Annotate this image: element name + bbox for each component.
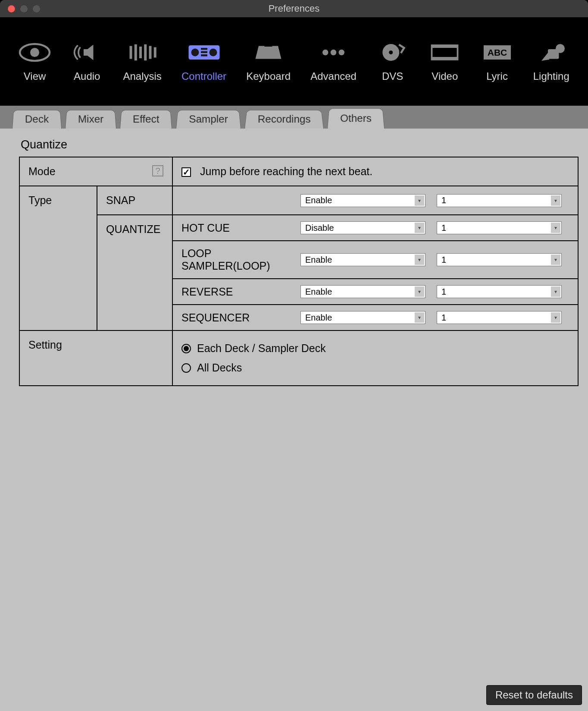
preferences-toolbar: View Audio Analysis Controller Keyboard	[0, 17, 588, 106]
snap-label: SNAP	[106, 194, 135, 206]
sequencer-value-dropdown[interactable]: 1▾	[437, 311, 562, 324]
feature-row-reverse: REVERSE Enable▾ 1▾	[173, 278, 578, 304]
close-window-button[interactable]	[8, 5, 15, 13]
feature-name: HOT CUE	[181, 222, 289, 234]
minimize-window-button[interactable]	[20, 5, 28, 13]
chevron-down-icon: ▾	[415, 286, 424, 297]
toolbar-item-lighting[interactable]: Lighting	[533, 41, 569, 82]
mode-row-label-cell: Mode ?	[19, 157, 172, 186]
eye-icon	[19, 41, 51, 64]
mode-checkbox-label: Jump before reaching the next beat.	[200, 165, 372, 177]
radio-icon	[181, 344, 191, 353]
chevron-down-icon: ▾	[415, 223, 424, 233]
svg-point-1	[30, 48, 39, 57]
waveform-bars-icon	[126, 41, 159, 64]
toolbar-label: Keyboard	[246, 70, 291, 82]
tab-label: Sampler	[189, 113, 228, 125]
tab-deck[interactable]: Deck	[12, 110, 62, 129]
snap-enable-dropdown[interactable]: Enable ▾	[300, 194, 425, 207]
snap-value-dropdown[interactable]: 1 ▾	[437, 194, 562, 207]
toolbar-label: Video	[432, 70, 458, 82]
svg-rect-13	[201, 54, 207, 57]
svg-rect-21	[432, 45, 458, 48]
toolbar-item-video[interactable]: Video	[428, 41, 461, 82]
tab-recordings[interactable]: Recordings	[244, 110, 324, 129]
loopsampler-enable-dropdown[interactable]: Enable▾	[300, 253, 425, 266]
dropdown-value: 1	[441, 287, 446, 297]
svg-point-26	[556, 44, 565, 53]
chevron-down-icon: ▾	[551, 195, 560, 206]
setting-label: Setting	[28, 339, 62, 351]
tab-sampler[interactable]: Sampler	[176, 110, 241, 129]
dropdown-value: 1	[441, 255, 446, 265]
mode-controls-cell: Jump before reaching the next beat.	[172, 157, 578, 186]
setting-radio-all-decks[interactable]: All Decks	[181, 358, 569, 378]
toolbar-item-controller[interactable]: Controller	[181, 41, 226, 82]
abc-icon: ABC	[481, 41, 513, 64]
feature-row-loopsampler: LOOP SAMPLER(LOOP) Enable▾ 1▾	[173, 240, 578, 278]
feature-row-hotcue: HOT CUE Disable▾ 1▾	[173, 215, 578, 240]
chevron-down-icon: ▾	[551, 255, 560, 265]
reverse-value-dropdown[interactable]: 1▾	[437, 285, 562, 298]
quantize-table: Mode ? Jump before reaching the next bea…	[19, 157, 579, 386]
feature-name: SEQUENCER	[181, 311, 289, 324]
toolbar-item-advanced[interactable]: Advanced	[310, 41, 357, 82]
preferences-window: Preferences View Audio Analysis Con	[0, 0, 588, 711]
tab-others[interactable]: Others	[327, 108, 385, 129]
svg-rect-12	[201, 51, 207, 53]
toolbar-item-dvs[interactable]: DVS	[376, 41, 409, 82]
toolbar-label: Lighting	[533, 70, 569, 82]
others-panel: Quantize Mode ? Jump before reaching the…	[0, 129, 588, 711]
mode-checkbox[interactable]	[181, 167, 191, 177]
svg-rect-4	[139, 47, 142, 58]
toolbar-item-lyric[interactable]: ABC Lyric	[481, 41, 513, 82]
svg-text:ABC: ABC	[487, 47, 507, 57]
svg-rect-2	[129, 46, 132, 59]
svg-rect-7	[153, 47, 156, 58]
toolbar-item-analysis[interactable]: Analysis	[123, 41, 161, 82]
zoom-window-button[interactable]	[33, 5, 40, 13]
dropdown-value: Enable	[305, 255, 332, 265]
tab-label: Others	[340, 113, 372, 124]
toolbar-item-view[interactable]: View	[19, 41, 51, 82]
toolbar-item-keyboard[interactable]: Keyboard	[246, 41, 291, 82]
tab-label: Mixer	[78, 113, 103, 125]
svg-point-17	[339, 50, 345, 56]
radio-label: All Decks	[197, 362, 242, 374]
chevron-down-icon: ▾	[415, 312, 424, 323]
reset-to-defaults-button[interactable]: Reset to defaults	[486, 685, 582, 705]
window-title: Preferences	[0, 3, 588, 14]
snap-label-cell: SNAP	[97, 186, 172, 215]
toolbar-label: Advanced	[310, 70, 357, 82]
feature-name: LOOP SAMPLER(LOOP)	[181, 247, 289, 272]
chevron-down-icon: ▾	[415, 255, 424, 265]
hotcue-value-dropdown[interactable]: 1▾	[437, 221, 562, 234]
svg-point-15	[322, 50, 328, 56]
film-icon	[428, 41, 461, 64]
toolbar-label: Analysis	[123, 70, 161, 82]
svg-rect-5	[144, 44, 147, 61]
loopsampler-value-dropdown[interactable]: 1▾	[437, 253, 562, 266]
tab-mixer[interactable]: Mixer	[65, 110, 116, 129]
reverse-enable-dropdown[interactable]: Enable▾	[300, 285, 425, 298]
window-controls	[0, 5, 40, 13]
hotcue-enable-dropdown[interactable]: Disable▾	[300, 221, 425, 234]
setting-radio-each-deck[interactable]: Each Deck / Sampler Deck	[181, 339, 569, 358]
toolbar-label: DVS	[382, 70, 403, 82]
feature-row-sequencer: SEQUENCER Enable▾ 1▾	[173, 304, 578, 330]
setting-controls-cell: Each Deck / Sampler Deck All Decks	[172, 330, 578, 386]
svg-point-19	[389, 50, 393, 54]
toolbar-item-audio[interactable]: Audio	[71, 41, 103, 82]
help-icon[interactable]: ?	[152, 165, 163, 176]
tab-label: Effect	[133, 113, 160, 125]
sequencer-enable-dropdown[interactable]: Enable▾	[300, 311, 425, 324]
tab-label: Deck	[25, 113, 49, 125]
chevron-down-icon: ▾	[551, 223, 560, 233]
feature-name: REVERSE	[181, 286, 289, 298]
chevron-down-icon: ▾	[551, 286, 560, 297]
toolbar-label: Lyric	[486, 70, 508, 82]
toolbar-label: Controller	[181, 70, 226, 82]
tab-effect[interactable]: Effect	[120, 110, 172, 129]
svg-rect-11	[201, 48, 207, 50]
dropdown-value: Enable	[305, 313, 332, 323]
